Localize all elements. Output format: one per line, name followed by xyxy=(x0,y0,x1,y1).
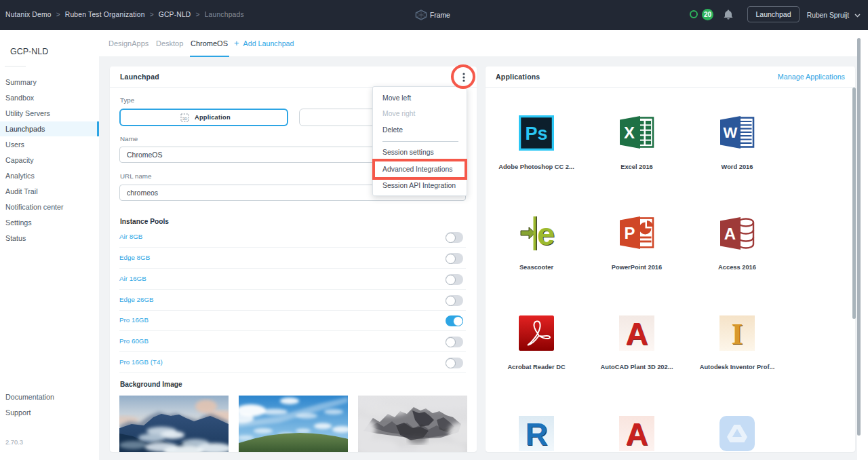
svg-text:P: P xyxy=(624,224,635,242)
svg-text:3D: 3D xyxy=(182,117,188,121)
svg-text:Ps: Ps xyxy=(525,123,547,144)
svg-text:A: A xyxy=(724,225,736,243)
svg-text:W: W xyxy=(724,124,738,141)
svg-text:R: R xyxy=(525,417,547,451)
svg-text:A: A xyxy=(625,316,648,351)
svg-text:e: e xyxy=(537,216,555,251)
svg-text:I: I xyxy=(731,318,743,351)
svg-text:A: A xyxy=(625,417,648,451)
svg-text:X: X xyxy=(624,123,635,142)
